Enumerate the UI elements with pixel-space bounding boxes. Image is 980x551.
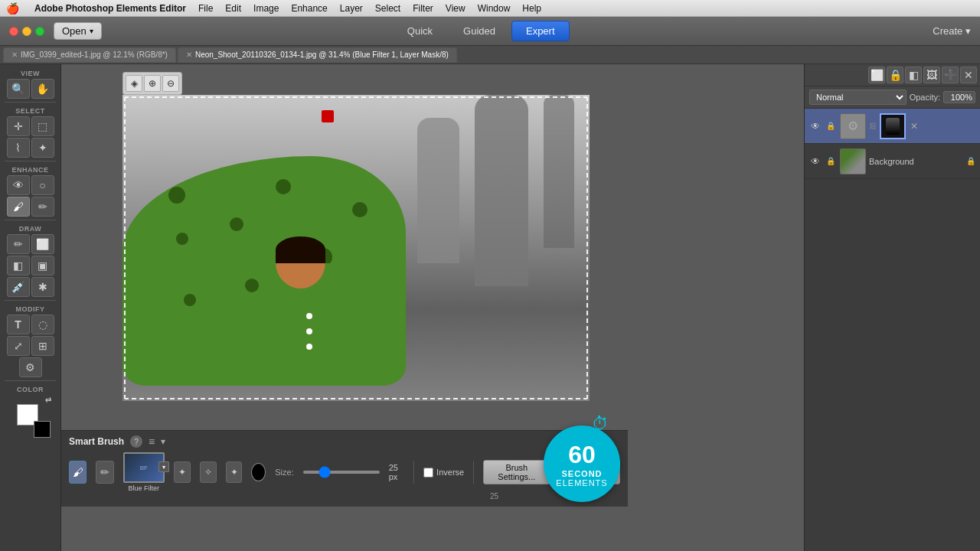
layer-2-lock-bg: 🔒 [966,157,975,165]
menu-view[interactable]: View [446,3,466,14]
close-window-btn[interactable] [9,27,18,36]
layers-list: 👁 🔒 ⚙ ⛓ ✕ 👁 [805,109,980,179]
quick-mode-btn[interactable]: Quick [393,21,447,41]
photo-canvas[interactable] [122,95,590,401]
delete-layer-btn[interactable]: ✕ [960,67,977,83]
layer-2-name: Background [869,157,963,166]
lasso-tool[interactable]: ⌇ [7,138,30,158]
tab-img2[interactable]: ✕ Neon_Shoot_20110326_0134-1.jpg @ 31.4%… [178,47,457,63]
detail-brush-btn2[interactable]: ✧ [200,461,217,483]
hand-tool[interactable]: ✋ [31,79,54,99]
menu-window[interactable]: Window [478,3,511,14]
blend-mode-select[interactable]: Normal Multiply Screen Overlay [809,90,906,105]
color-replace-tool[interactable]: ✱ [31,277,54,297]
zoom-tool[interactable]: 🔍 [7,79,30,99]
child-hair [276,236,325,263]
sixty-second-elements-badge[interactable]: ⏱ 60 SECOND ELEMENTS [544,425,620,502]
minimize-window-btn[interactable] [22,27,31,36]
select-section-label: SELECT [0,105,60,116]
menu-edit[interactable]: Edit [225,3,241,14]
opacity-input[interactable] [943,91,975,103]
menu-enhance[interactable]: Enhance [291,3,327,14]
swap-colors-icon[interactable]: ⇄ [45,396,51,404]
blur-tool[interactable]: ○ [31,175,54,195]
tab-label: IMG_0399_edited-1.jpg @ 12.1% (RGB/8*) [21,51,168,59]
brush-settings-btn[interactable]: Brush Settings... [483,460,550,484]
detail-smart-brush-tool[interactable]: ✏ [31,197,54,217]
inverse-checkbox[interactable]: Inverse [423,468,464,478]
detail-brush-btn3[interactable]: ✦ [226,461,243,483]
layer-1-visibility-toggle[interactable]: 👁 [809,120,822,132]
type-tool[interactable]: T [7,315,30,334]
selection-tool-minus[interactable]: ⊖ [162,75,179,92]
open-button[interactable]: Open ▾ [54,22,102,40]
foreground-color-swatch[interactable] [34,421,51,438]
menu-filter[interactable]: Filter [413,3,433,14]
selection-tool-arrow[interactable]: ◈ [126,75,142,92]
tool-options-panel: Smart Brush ? ≡ ▾ 🖌 ✏ BF ▾ [61,430,628,507]
main-area: VIEW 🔍 ✋ SELECT ✛ ⬚ ⌇ ✦ ENHANCE 👁 ○ 🖌 ✏ … [0,64,980,551]
inverse-checkbox-input[interactable] [423,468,433,478]
layer-row-1[interactable]: 👁 🔒 ⚙ ⛓ ✕ [805,109,980,144]
layer-mask-btn[interactable]: 🔒 [887,67,903,83]
menu-help[interactable]: Help [522,3,541,14]
eyedropper-tool[interactable]: 💉 [7,277,30,297]
menu-select[interactable]: Select [375,3,400,14]
healing-tool[interactable]: ◌ [31,315,54,334]
menubar: 🍎 Adobe Photoshop Elements Editor File E… [0,0,980,17]
apple-menu[interactable]: 🍎 [6,2,19,15]
selection-tool-plus[interactable]: ⊕ [144,75,161,92]
layer-1-chain: ⛓ [869,122,877,130]
brush-add-mode[interactable]: 🖌 [69,461,87,484]
sixty-number: 60 [568,441,596,469]
crop-tool[interactable]: ⊞ [31,336,54,356]
tab-close-icon[interactable]: ✕ [186,51,192,59]
umbrella-dot-1 [168,187,185,204]
gradient-tool[interactable]: ▣ [31,256,54,276]
tool-list-icon[interactable]: ≡ [149,435,155,448]
tool-expand-icon[interactable]: ▾ [161,436,165,447]
smart-brush-tool[interactable]: 🖌 [7,197,30,217]
menu-layer[interactable]: Layer [340,3,363,14]
topbar: Open ▾ Quick Guided Expert Create ▾ [0,17,980,46]
layer-1-close-icon[interactable]: ✕ [910,121,918,132]
expert-mode-btn[interactable]: Expert [511,21,570,41]
layer-icon-toolbar: ⬜ 🔒 ◧ 🖼 ➕ ✕ [805,64,980,86]
size-label: Size: [275,468,293,477]
layer-2-visibility-toggle[interactable]: 👁 [809,155,822,168]
new-layer-set-btn[interactable]: ⬜ [868,67,885,83]
tab-img1[interactable]: ✕ IMG_0399_edited-1.jpg @ 12.1% (RGB/8*) [3,47,176,63]
umbrella-dot-2 [230,217,243,231]
custom-shape-tool[interactable]: ⚙ [19,357,42,377]
brush-subtract-mode[interactable]: ✏ [96,461,113,484]
eye-tool[interactable]: 👁 [7,175,30,195]
marquee-tool[interactable]: ⬚ [31,116,54,136]
create-button[interactable]: Create ▾ [933,25,971,37]
guided-mode-btn[interactable]: Guided [449,21,510,41]
tab-close-icon[interactable]: ✕ [11,51,18,59]
tool-help-icon[interactable]: ? [130,435,142,448]
color-section-label: COLOR [0,383,60,394]
detail-brush-btn1[interactable]: ✦ [174,461,191,483]
add-layer-btn[interactable]: ➕ [942,67,959,83]
layer-styles-btn[interactable]: 🖼 [923,67,940,83]
move-tool[interactable]: ✛ [7,116,30,136]
umbrella-dot-3 [276,179,291,194]
eraser-tool[interactable]: ⬜ [31,234,54,254]
filter-arrow-btn[interactable]: ▾ [158,461,169,472]
menu-file[interactable]: File [198,3,213,14]
size-slider[interactable] [303,471,380,474]
quick-select-tool[interactable]: ✦ [31,138,54,158]
view-section-label: VIEW [0,67,60,78]
add-adjustment-btn[interactable]: ◧ [905,67,922,83]
umbrella-dot-8 [184,294,196,306]
menu-image[interactable]: Image [253,3,279,14]
pencil-tool[interactable]: ✏ [7,234,30,254]
layer-1-lock-icon: 🔒 [825,120,837,132]
transform-tool[interactable]: ⤢ [7,336,30,356]
maximize-window-btn[interactable] [35,27,44,36]
layer-row-background[interactable]: 👁 🔒 Background 🔒 [805,144,980,179]
tree-2 [417,118,459,263]
layer-1-mask-thumb[interactable] [880,113,906,139]
paint-bucket-tool[interactable]: ◧ [7,256,30,276]
